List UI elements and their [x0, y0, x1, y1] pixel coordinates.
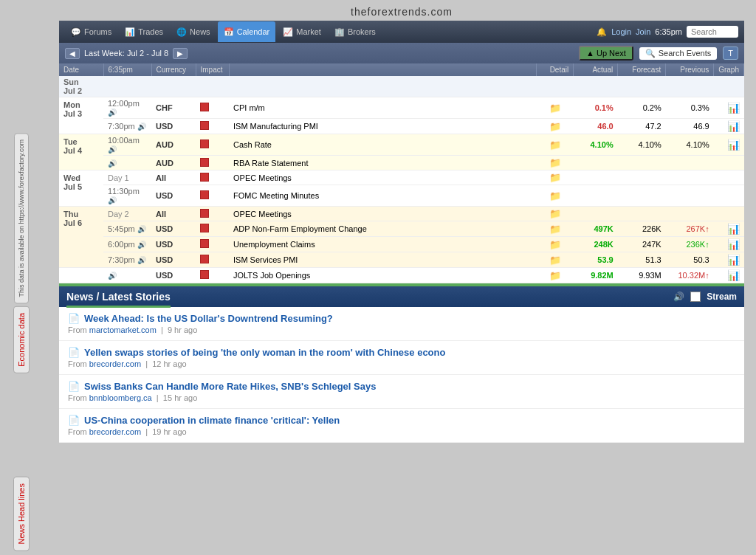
news-item-link-1[interactable]: 📄 Week Ahead: Is the US Dollar's Downtre…: [68, 313, 735, 324]
table-row: 🔊 USD JOLTS Job Openings 📁 9.82M 9.93M 1…: [59, 268, 744, 283]
row-previous: 46.9: [666, 119, 714, 134]
col-event: [229, 63, 537, 76]
news-time: 15 hr ago: [163, 393, 197, 402]
row-event: ISM Services PMI: [229, 252, 537, 268]
news-item-link-4[interactable]: 📄 US-China cooperation in climate financ…: [68, 415, 735, 426]
news-title: News / Latest Stories: [66, 291, 171, 303]
search-events-label: Search Events: [659, 49, 712, 58]
row-forecast: 4.10%: [618, 134, 666, 156]
news-source[interactable]: marctomarket.com: [89, 325, 157, 334]
search-events-button[interactable]: 🔍 Search Events: [639, 47, 718, 60]
watermarks: This data is available on https://www.fo…: [13, 133, 30, 551]
row-previous: 50.3: [666, 252, 714, 268]
login-link[interactable]: Login: [611, 27, 631, 36]
row-currency: USD: [151, 185, 196, 207]
row-values: [574, 207, 744, 221]
news-time: 19 hr ago: [152, 427, 186, 436]
news-headlines-label: News Head lines: [13, 477, 30, 551]
nav-calendar-label: Calendar: [237, 27, 270, 36]
news-time: 12 hr ago: [152, 359, 186, 368]
table-row: 🔊 AUD RBA Rate Statement 📁: [59, 156, 744, 170]
nav-forums[interactable]: 💬 Forums: [65, 21, 117, 42]
row-previous: 4.10%: [666, 134, 714, 156]
row-actual: 9.82M: [574, 268, 618, 283]
news-source[interactable]: brecorder.com: [89, 427, 141, 436]
market-icon: 📈: [283, 27, 293, 37]
trades-icon: 📊: [125, 27, 135, 37]
next-week-button[interactable]: ▶: [173, 48, 188, 59]
news-item: 📄 Swiss Banks Can Handle More Rate Hikes…: [59, 375, 744, 409]
col-detail: Detail: [537, 63, 574, 76]
row-actual: 4.10%: [574, 134, 618, 156]
row-graph[interactable]: 📊: [714, 237, 744, 252]
news-body: 📄 Week Ahead: Is the US Dollar's Downtre…: [59, 307, 744, 443]
news-item: 📄 Week Ahead: Is the US Dollar's Downtre…: [59, 307, 744, 341]
economic-label: Economic data: [13, 306, 30, 373]
economic-data-label: This data is available on https://www.fo…: [14, 133, 29, 303]
row-previous: 236K↑: [666, 237, 714, 252]
news-meta-4: From brecorder.com | 19 hr ago: [68, 427, 735, 436]
table-row: 5:45pm 🔊 USD ADP Non-Farm Employment Cha…: [59, 221, 744, 237]
row-event: Unemployment Claims: [229, 237, 537, 252]
nav-calendar[interactable]: 📅 Calendar: [218, 21, 276, 42]
nav-brokers[interactable]: 🏢 Brokers: [329, 21, 382, 42]
up-next-button[interactable]: ▲ Up Next: [579, 46, 633, 61]
week-navigation: ◀ Last Week: Jul 2 - Jul 8 ▶: [65, 48, 188, 59]
row-actual: 53.9: [574, 252, 618, 268]
row-impact: [196, 252, 229, 268]
row-event: ADP Non-Farm Employment Change: [229, 221, 537, 237]
nav-trades-label: Trades: [138, 27, 163, 36]
table-row: WedJul 5 Day 1 All OPEC Meetings 📁: [59, 170, 744, 185]
row-graph[interactable]: 📊: [714, 252, 744, 268]
current-time: 6:35pm: [655, 27, 682, 36]
join-link[interactable]: Join: [636, 27, 650, 36]
news-item-title-text: Week Ahead: Is the US Dollar's Downtrend…: [84, 313, 333, 324]
stream-area: 🔊 Stream: [673, 292, 737, 302]
row-impact: [196, 268, 229, 283]
row-event: JOLTS Job Openings: [229, 268, 537, 283]
news-source[interactable]: brecorder.com: [89, 359, 141, 368]
row-forecast: 9.93M: [618, 268, 666, 283]
row-graph[interactable]: 📊: [714, 97, 744, 119]
nav-news[interactable]: 🌐 News: [171, 21, 216, 42]
filter-button[interactable]: T: [723, 46, 738, 60]
row-actual: 0.1%: [574, 97, 618, 119]
row-currency: USD: [151, 268, 196, 283]
news-header: News / Latest Stories 🔊 Stream: [59, 286, 744, 307]
row-graph[interactable]: 📊: [714, 119, 744, 134]
row-values: [574, 185, 744, 207]
row-date: MonJul 3: [59, 97, 103, 134]
nav-trades[interactable]: 📊 Trades: [119, 21, 169, 42]
stream-label: Stream: [707, 292, 737, 302]
news-item-link-3[interactable]: 📄 Swiss Banks Can Handle More Rate Hikes…: [68, 381, 735, 392]
nav-news-label: News: [190, 27, 210, 36]
news-meta-1: From marctomarket.com | 9 hr ago: [68, 325, 735, 334]
news-icon: 🌐: [176, 27, 187, 37]
row-graph[interactable]: 📊: [714, 268, 744, 283]
row-forecast: 226K: [618, 221, 666, 237]
col-graph: Graph: [714, 63, 744, 76]
row-graph[interactable]: 📊: [714, 134, 744, 156]
row-graph[interactable]: 📊: [714, 221, 744, 237]
news-item-link-2[interactable]: 📄 Yellen swaps stories of being 'the onl…: [68, 347, 735, 358]
col-impact: Impact: [196, 63, 229, 76]
site-title: theforextrends.com: [59, 0, 744, 21]
table-row: 11:30pm 🔊 USD FOMC Meeting Minutes 📁: [59, 185, 744, 207]
news-meta-3: From bnnbloomberg.ca | 15 hr ago: [68, 393, 735, 402]
news-meta-2: From brecorder.com | 12 hr ago: [68, 359, 735, 368]
row-date: TueJul 4: [59, 134, 103, 170]
prev-week-button[interactable]: ◀: [65, 48, 80, 59]
news-article-icon: 📄: [68, 347, 80, 358]
row-event: OPEC Meetings: [229, 207, 537, 221]
stream-checkbox[interactable]: [690, 292, 701, 302]
search-input[interactable]: [687, 26, 738, 38]
row-event: FOMC Meeting Minutes: [229, 185, 537, 207]
row-detail: 📁: [537, 119, 574, 134]
news-source[interactable]: bnnbloomberg.ca: [89, 393, 152, 402]
row-detail: 📁: [537, 207, 574, 221]
row-time: Day 2: [103, 207, 151, 221]
nav-market[interactable]: 📈 Market: [277, 21, 327, 42]
news-item-title-text: Yellen swaps stories of being 'the only …: [84, 347, 445, 358]
table-header-row: Date 6:35pm Currency Impact Detail Actua…: [59, 63, 744, 76]
row-event: OPEC Meetings: [229, 170, 537, 185]
